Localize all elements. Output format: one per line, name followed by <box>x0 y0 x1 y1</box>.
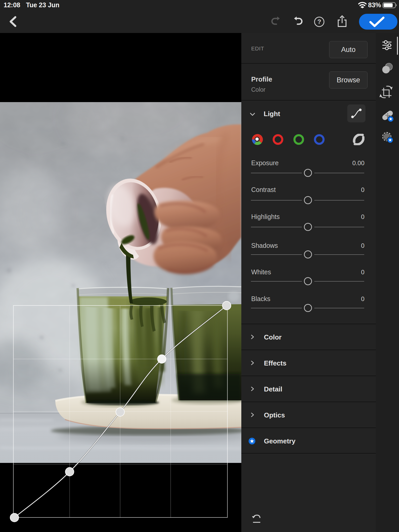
svg-text:?: ? <box>317 18 321 25</box>
